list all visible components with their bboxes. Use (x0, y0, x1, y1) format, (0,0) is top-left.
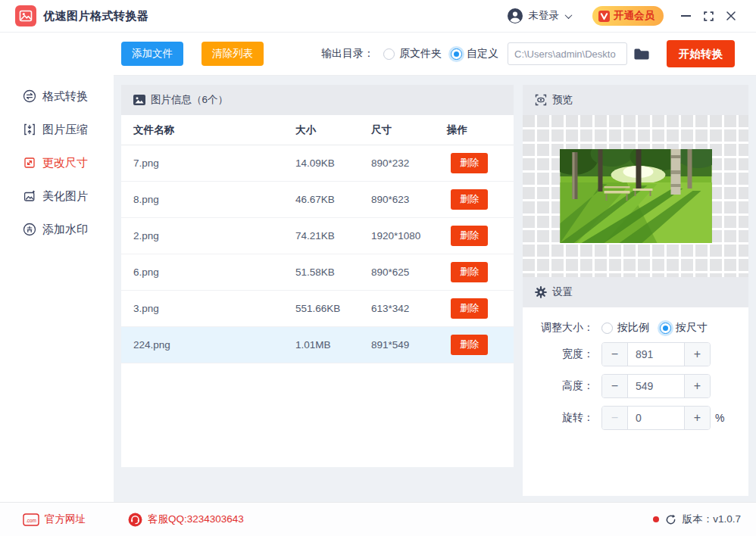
preview-settings-panel: 预览 (523, 85, 748, 496)
customer-service-qq-link[interactable]: 客服QQ:3234303643 (128, 513, 244, 527)
delete-button[interactable]: 删除 (451, 298, 488, 319)
official-website-link[interactable]: .com 官方网址 (23, 513, 86, 526)
radio-by-ratio[interactable]: 按比例 (601, 321, 649, 335)
delete-button[interactable]: 删除 (451, 226, 488, 246)
sidebar-item-beautify[interactable]: 美化图片 (0, 179, 114, 213)
close-button[interactable] (720, 5, 742, 27)
preview-title: 预览 (552, 93, 573, 107)
compress-icon (23, 123, 36, 136)
preview-eye-icon (535, 94, 547, 106)
width-value[interactable]: 891 (628, 343, 684, 366)
sidebar-nav: 格式转换 图片压缩 更改尺寸 (0, 33, 114, 502)
height-label: 高度： (535, 379, 601, 393)
preview-image[interactable] (560, 149, 712, 243)
maximize-button[interactable] (697, 5, 720, 27)
table-empty-area (121, 363, 514, 467)
toolbar: 添加文件 清除列表 输出目录： 原文件夹 自定义 (114, 33, 756, 76)
sidebar-item-compress[interactable]: 图片压缩 (0, 113, 114, 146)
file-dims: 890*625 (371, 266, 447, 278)
radio-custom-folder-circle[interactable] (451, 48, 462, 60)
delete-button[interactable]: 删除 (451, 153, 488, 173)
add-files-button[interactable]: 添加文件 (121, 42, 183, 66)
radio-by-size-circle[interactable] (660, 323, 671, 334)
radio-original-folder[interactable]: 原文件夹 (383, 47, 442, 61)
login-menu[interactable]: 未登录 (507, 8, 572, 24)
preview-canvas (523, 115, 748, 277)
sidebar-item-watermark[interactable]: 添加水印 (0, 213, 114, 246)
radio-by-size[interactable]: 按尺寸 (660, 321, 708, 335)
output-path-input[interactable] (508, 42, 627, 65)
rotate-increment-button[interactable]: + (684, 407, 710, 429)
width-row: 宽度： − 891 + (535, 342, 736, 366)
file-name: 8.png (121, 194, 295, 205)
title-bar: 优速图片格式转换器 未登录 (0, 0, 756, 33)
refresh-icon[interactable] (665, 514, 676, 525)
status-dot-icon (653, 516, 659, 522)
delete-button[interactable]: 删除 (451, 262, 488, 282)
radio-custom-folder-label: 自定义 (467, 47, 498, 61)
rotate-decrement-button[interactable]: − (602, 407, 628, 429)
height-stepper: − 549 + (601, 374, 711, 398)
table-row[interactable]: 8.png 46.67KB 890*623 删除 (121, 182, 514, 218)
radio-by-ratio-circle[interactable] (601, 323, 613, 334)
height-decrement-button[interactable]: − (602, 375, 628, 397)
clear-list-button[interactable]: 清除列表 (201, 42, 264, 66)
settings-header: 设置 (523, 277, 748, 307)
sidebar-item-label: 添加水印 (42, 223, 88, 237)
version-area: 版本：v1.0.7 (653, 513, 741, 526)
width-increment-button[interactable]: + (684, 343, 710, 366)
start-convert-button[interactable]: 开始转换 (667, 40, 735, 67)
height-value[interactable]: 549 (628, 375, 684, 397)
col-size: 大小 (295, 123, 371, 137)
radio-original-folder-label: 原文件夹 (399, 47, 442, 61)
height-increment-button[interactable]: + (684, 375, 710, 397)
delete-button[interactable]: 删除 (451, 335, 488, 355)
rotate-unit-label: % (715, 412, 724, 424)
file-size: 14.09KB (295, 157, 371, 169)
file-name: 2.png (121, 230, 295, 242)
user-avatar-icon (507, 8, 523, 24)
file-size: 551.66KB (295, 303, 371, 314)
file-panel-title: 图片信息（6个） (151, 93, 228, 107)
browse-folder-button[interactable] (633, 48, 650, 61)
sidebar-item-resize[interactable]: 更改尺寸 (0, 146, 114, 179)
app-window: 优速图片格式转换器 未登录 (0, 0, 756, 536)
app-title: 优速图片格式转换器 (43, 9, 149, 23)
minimize-button[interactable] (674, 5, 697, 27)
image-info-icon (133, 95, 145, 105)
table-row[interactable]: 7.png 14.09KB 890*232 删除 (121, 145, 514, 182)
table-row[interactable]: 6.png 51.58KB 890*625 删除 (121, 254, 514, 291)
close-icon (726, 11, 736, 20)
sidebar-item-label: 美化图片 (42, 189, 88, 204)
radio-original-folder-circle[interactable] (383, 48, 395, 60)
rotate-value[interactable]: 0 (628, 407, 684, 429)
radio-custom-folder[interactable]: 自定义 (451, 47, 498, 61)
table-row[interactable]: 3.png 551.66KB 613*342 删除 (121, 291, 514, 327)
delete-button[interactable]: 删除 (451, 189, 488, 210)
file-panel-header: 图片信息（6个） (121, 85, 514, 115)
settings-title: 设置 (552, 285, 573, 299)
watermark-icon (23, 223, 36, 236)
app-identity: 优速图片格式转换器 (15, 5, 149, 26)
rotate-row: 旋转： − 0 + % (535, 406, 736, 430)
file-name: 6.png (121, 266, 295, 278)
radio-by-size-label: 按尺寸 (676, 321, 708, 335)
customer-service-icon (128, 513, 142, 527)
official-website-label: 官方网址 (45, 513, 86, 526)
footer-bar: .com 官方网址 客服QQ:3234303643 版本：v1.0.7 (0, 502, 756, 536)
open-vip-button[interactable]: 开通会员 (592, 6, 664, 26)
file-dims: 891*549 (371, 339, 447, 351)
table-row[interactable]: 2.png 74.21KB 1920*1080 删除 (121, 218, 514, 254)
sidebar-item-format-convert[interactable]: 格式转换 (0, 79, 114, 113)
file-dims: 890*232 (371, 157, 447, 169)
file-list-panel: 图片信息（6个） 文件名称 大小 尺寸 操作 7.png 14.09KB 890… (121, 85, 514, 467)
table-header-row: 文件名称 大小 尺寸 操作 (121, 115, 514, 145)
vip-button-label: 开通会员 (614, 9, 654, 23)
login-status-label: 未登录 (529, 9, 560, 23)
table-row-selected[interactable]: 224.png 1.01MB 891*549 删除 (121, 327, 514, 363)
chevron-down-icon (565, 11, 573, 19)
svg-text:.com: .com (26, 517, 36, 522)
width-decrement-button[interactable]: − (602, 343, 628, 366)
titlebar-controls: 未登录 开通会员 (507, 5, 743, 27)
resize-icon (23, 156, 36, 170)
